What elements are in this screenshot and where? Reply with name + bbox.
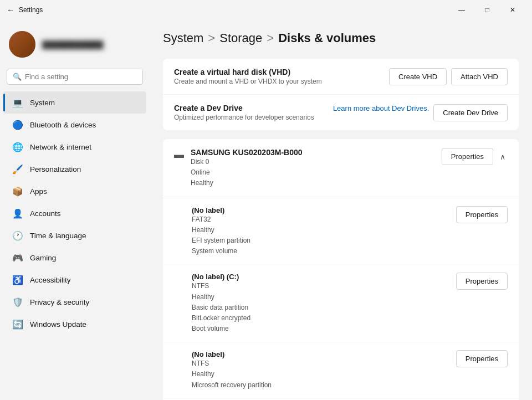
sidebar-item-bluetooth[interactable]: 🔵 Bluetooth & devices (3, 114, 146, 136)
disk-header-right: Properties ∧ (442, 148, 508, 165)
sidebar-item-apps[interactable]: 📦 Apps (3, 180, 146, 202)
disk-collapse-button[interactable]: ∧ (498, 150, 508, 163)
sidebar: ████████████ 🔍 💻 System 🔵 Bluetooth & de… (0, 20, 150, 400)
sidebar-item-time[interactable]: 🕐 Time & language (3, 224, 146, 247)
privacy-icon: 🛡️ (12, 296, 23, 307)
search-input[interactable] (25, 73, 137, 81)
dev-drive-buttons: Learn more about Dev Drives. Create Dev … (333, 104, 508, 121)
network-icon: 🌐 (12, 141, 23, 152)
partition-1-info: (No label) FAT32 Healthy EFI system part… (192, 206, 250, 257)
partition-3-properties-button[interactable]: Properties (456, 350, 508, 367)
breadcrumb-sep2: > (267, 31, 274, 45)
vhd-buttons: Create VHD Attach VHD (389, 68, 508, 85)
sidebar-item-personalization[interactable]: 🖌️ Personalization (3, 158, 146, 180)
disk-details: SAMSUNG KUS020203M-B000 Disk 0 Online He… (191, 148, 303, 189)
disk-name: SAMSUNG KUS020203M-B000 (191, 148, 303, 157)
breadcrumb-system[interactable]: System (163, 31, 203, 45)
sidebar-item-accessibility-label: Accessibility (30, 276, 71, 284)
system-icon: 💻 (12, 97, 23, 108)
accounts-icon: 👤 (12, 208, 23, 219)
title-bar: ← Settings — □ ✕ (0, 0, 532, 20)
breadcrumb: System > Storage > Disks & volumes (163, 31, 519, 45)
sidebar-item-network[interactable]: 🌐 Network & internet (3, 136, 146, 158)
profile-name: ████████████ (42, 40, 104, 49)
dev-drive-row: Create a Dev Drive Optimized performance… (163, 95, 519, 130)
personalization-icon: 🖌️ (12, 163, 23, 175)
breadcrumb-sep1: > (208, 31, 215, 45)
sidebar-item-personalization-label: Personalization (30, 165, 81, 173)
sidebar-item-bluetooth-label: Bluetooth & devices (30, 121, 96, 129)
disk-properties-button[interactable]: Properties (442, 148, 493, 165)
title-bar-left: ← Settings (7, 6, 43, 14)
app-body: ████████████ 🔍 💻 System 🔵 Bluetooth & de… (0, 20, 532, 400)
partition-1-meta: FAT32 Healthy EFI system partition Syste… (192, 214, 250, 257)
app-title: Settings (19, 6, 43, 14)
partition-2-info: (No label) (C:) NTFS Healthy Basic data … (192, 273, 250, 334)
dev-drive-title: Create a Dev Drive (174, 104, 314, 112)
partition-row-2: (No label) (C:) NTFS Healthy Basic data … (163, 265, 519, 342)
vhd-row: Create a virtual hard disk (VHD) Create … (163, 59, 519, 95)
minimize-button[interactable]: — (449, 2, 474, 18)
partition-2-label: (No label) (C:) (192, 273, 250, 281)
sidebar-item-accounts[interactable]: 👤 Accounts (3, 202, 146, 224)
partition-3-info: (No label) NTFS Healthy Microsoft recove… (192, 350, 272, 391)
avatar (9, 31, 35, 58)
disk-header: ▬ SAMSUNG KUS020203M-B000 Disk 0 Online … (163, 139, 519, 198)
breadcrumb-current: Disks & volumes (278, 31, 376, 45)
close-button[interactable]: ✕ (500, 2, 525, 18)
sidebar-item-gaming-label: Gaming (30, 254, 56, 262)
sidebar-item-apps-label: Apps (30, 187, 47, 196)
sidebar-item-update[interactable]: 🔄 Windows Update (3, 313, 146, 335)
sidebar-item-system[interactable]: 💻 System (3, 91, 146, 114)
main-content: System > Storage > Disks & volumes Creat… (150, 20, 532, 400)
create-vhd-button[interactable]: Create VHD (389, 68, 447, 85)
partition-row-1: (No label) FAT32 Healthy EFI system part… (163, 198, 519, 265)
time-icon: 🕐 (12, 230, 23, 241)
back-button[interactable]: ← (7, 6, 14, 14)
disk-info: ▬ SAMSUNG KUS020203M-B000 Disk 0 Online … (174, 148, 303, 189)
partition-1-label: (No label) (192, 206, 250, 214)
sidebar-item-gaming[interactable]: 🎮 Gaming (3, 247, 146, 269)
attach-vhd-button[interactable]: Attach VHD (451, 68, 508, 85)
gaming-icon: 🎮 (12, 252, 23, 263)
dev-drive-subtitle: Optimized performance for developer scen… (174, 114, 314, 121)
apps-icon: 📦 (12, 186, 23, 197)
partition-row-3: (No label) NTFS Healthy Microsoft recove… (163, 342, 519, 399)
partition-1-properties-button[interactable]: Properties (456, 206, 508, 223)
dev-drive-text: Create a Dev Drive Optimized performance… (174, 104, 314, 121)
partition-3-label: (No label) (192, 350, 272, 358)
breadcrumb-storage[interactable]: Storage (219, 31, 262, 45)
sidebar-item-system-label: System (30, 99, 55, 107)
disk-container: ▬ SAMSUNG KUS020203M-B000 Disk 0 Online … (163, 139, 519, 400)
sidebar-item-update-label: Windows Update (30, 320, 86, 329)
vhd-title: Create a virtual hard disk (VHD) (174, 68, 322, 76)
partition-2-properties-button[interactable]: Properties (456, 273, 508, 290)
dev-drive-learn-more[interactable]: Learn more about Dev Drives. (333, 104, 429, 121)
sidebar-item-network-label: Network & internet (30, 143, 91, 151)
profile-section: ████████████ (0, 24, 150, 69)
create-dev-drive-button[interactable]: Create Dev Drive (433, 104, 508, 121)
vhd-devdrive-section: Create a virtual hard disk (VHD) Create … (163, 59, 519, 130)
disk-meta: Disk 0 Online Healthy (191, 157, 303, 189)
update-icon: 🔄 (12, 319, 23, 330)
partition-2-meta: NTFS Healthy Basic data partition BitLoc… (192, 281, 250, 334)
accessibility-icon: ♿ (12, 274, 23, 285)
window-controls: — □ ✕ (449, 2, 525, 18)
sidebar-item-privacy-label: Privacy & security (30, 298, 89, 306)
sidebar-item-time-label: Time & language (30, 232, 86, 240)
vhd-text: Create a virtual hard disk (VHD) Create … (174, 68, 322, 85)
maximize-button[interactable]: □ (474, 2, 500, 18)
disk-icon: ▬ (174, 149, 184, 161)
sidebar-item-accessibility[interactable]: ♿ Accessibility (3, 269, 146, 291)
partition-3-meta: NTFS Healthy Microsoft recovery partitio… (192, 358, 272, 391)
sidebar-item-accounts-label: Accounts (30, 209, 61, 218)
search-box[interactable]: 🔍 (7, 69, 143, 85)
search-icon: 🔍 (13, 73, 22, 81)
vhd-subtitle: Create and mount a VHD or VHDX to your s… (174, 78, 322, 85)
bluetooth-icon: 🔵 (12, 119, 23, 130)
sidebar-item-privacy[interactable]: 🛡️ Privacy & security (3, 291, 146, 313)
